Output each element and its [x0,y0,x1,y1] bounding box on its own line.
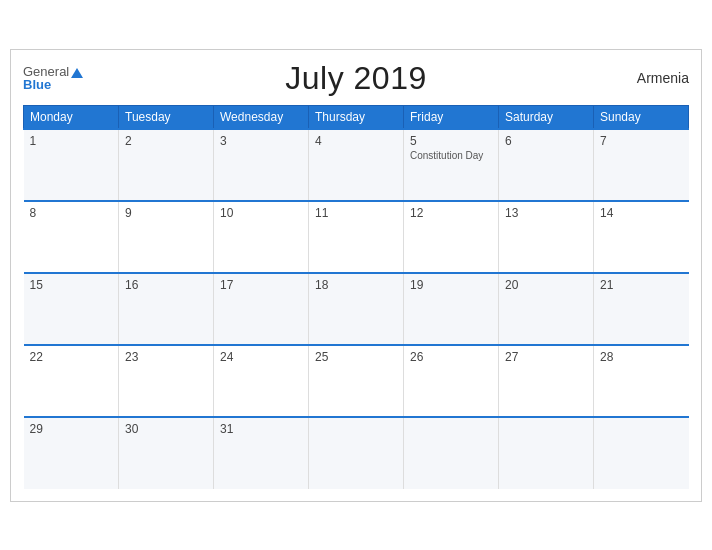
col-monday: Monday [24,105,119,129]
day-number: 28 [600,350,683,364]
day-number: 16 [125,278,207,292]
day-cell: 30 [119,417,214,489]
calendar-table: Monday Tuesday Wednesday Thursday Friday… [23,105,689,489]
day-number: 23 [125,350,207,364]
country-label: Armenia [637,70,689,86]
day-number: 13 [505,206,587,220]
day-number: 1 [30,134,113,148]
col-tuesday: Tuesday [119,105,214,129]
day-cell: 16 [119,273,214,345]
day-number: 30 [125,422,207,436]
week-row-4: 22232425262728 [24,345,689,417]
day-cell: 28 [594,345,689,417]
header-row: Monday Tuesday Wednesday Thursday Friday… [24,105,689,129]
day-number: 31 [220,422,302,436]
day-cell [404,417,499,489]
col-thursday: Thursday [309,105,404,129]
col-sunday: Sunday [594,105,689,129]
day-number: 15 [30,278,113,292]
day-cell: 27 [499,345,594,417]
calendar-thead: Monday Tuesday Wednesday Thursday Friday… [24,105,689,129]
col-friday: Friday [404,105,499,129]
day-cell: 23 [119,345,214,417]
calendar-body: 12345Constitution Day6789101112131415161… [24,129,689,489]
day-cell: 22 [24,345,119,417]
day-cell [309,417,404,489]
day-number: 21 [600,278,683,292]
day-cell: 10 [214,201,309,273]
day-cell: 3 [214,129,309,201]
day-number: 5 [410,134,492,148]
day-number: 3 [220,134,302,148]
day-cell: 29 [24,417,119,489]
day-number: 25 [315,350,397,364]
day-cell: 26 [404,345,499,417]
day-number: 20 [505,278,587,292]
day-cell [499,417,594,489]
day-cell: 25 [309,345,404,417]
day-cell: 9 [119,201,214,273]
week-row-3: 15161718192021 [24,273,689,345]
day-number: 4 [315,134,397,148]
day-cell: 18 [309,273,404,345]
day-cell: 11 [309,201,404,273]
day-cell: 31 [214,417,309,489]
day-cell: 5Constitution Day [404,129,499,201]
day-cell: 1 [24,129,119,201]
day-cell: 20 [499,273,594,345]
day-cell: 4 [309,129,404,201]
day-cell: 8 [24,201,119,273]
day-cell: 2 [119,129,214,201]
logo: General Blue [23,65,83,91]
day-number: 11 [315,206,397,220]
day-number: 24 [220,350,302,364]
logo-blue-text: Blue [23,78,83,91]
calendar-container: General Blue July 2019 Armenia Monday Tu… [10,49,702,502]
day-number: 8 [30,206,113,220]
day-number: 14 [600,206,683,220]
day-cell: 6 [499,129,594,201]
day-cell: 21 [594,273,689,345]
day-number: 26 [410,350,492,364]
day-number: 29 [30,422,113,436]
day-number: 2 [125,134,207,148]
day-cell: 7 [594,129,689,201]
logo-triangle-icon [71,68,83,78]
day-number: 18 [315,278,397,292]
day-cell: 24 [214,345,309,417]
calendar-header: General Blue July 2019 Armenia [23,60,689,97]
day-cell: 17 [214,273,309,345]
day-number: 10 [220,206,302,220]
day-number: 17 [220,278,302,292]
day-number: 19 [410,278,492,292]
day-cell [594,417,689,489]
week-row-5: 293031 [24,417,689,489]
calendar-title: July 2019 [285,60,426,97]
day-number: 22 [30,350,113,364]
col-saturday: Saturday [499,105,594,129]
day-number: 7 [600,134,683,148]
day-cell: 12 [404,201,499,273]
day-cell: 14 [594,201,689,273]
holiday-label: Constitution Day [410,150,492,161]
day-number: 12 [410,206,492,220]
day-number: 9 [125,206,207,220]
day-cell: 15 [24,273,119,345]
day-cell: 13 [499,201,594,273]
day-cell: 19 [404,273,499,345]
day-number: 6 [505,134,587,148]
col-wednesday: Wednesday [214,105,309,129]
week-row-1: 12345Constitution Day67 [24,129,689,201]
day-number: 27 [505,350,587,364]
week-row-2: 891011121314 [24,201,689,273]
